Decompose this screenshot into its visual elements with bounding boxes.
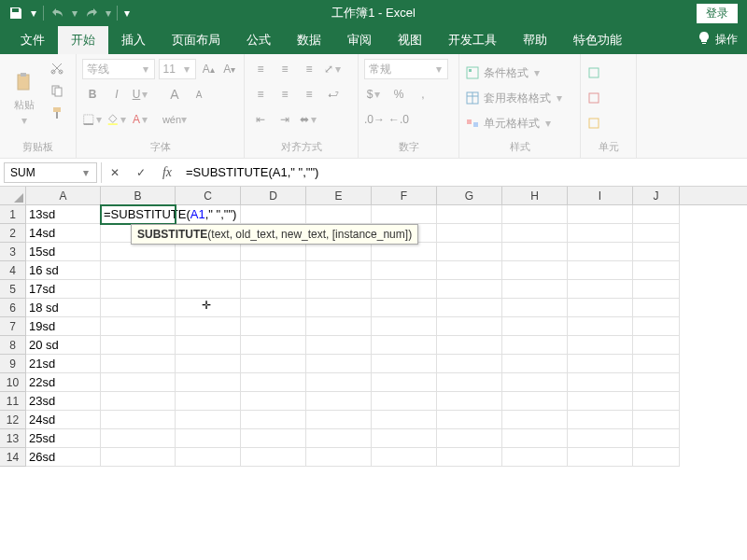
cell[interactable] xyxy=(306,243,372,261)
login-button[interactable]: 登录 xyxy=(697,4,738,23)
shrink-font-icon[interactable]: A xyxy=(189,84,209,105)
wrap-text-icon[interactable]: ⮐ xyxy=(323,84,344,105)
cell[interactable] xyxy=(437,243,502,261)
cell[interactable] xyxy=(568,373,633,392)
accounting-format-icon[interactable]: $▾ xyxy=(364,84,385,105)
align-left-icon[interactable]: ≡ xyxy=(250,84,271,105)
cell[interactable] xyxy=(633,336,680,355)
comma-format-icon[interactable]: , xyxy=(413,84,433,105)
cell[interactable] xyxy=(502,299,568,317)
cell[interactable]: 17sd xyxy=(26,280,101,299)
font-color-button[interactable]: A▾ xyxy=(131,109,151,130)
cell[interactable]: 13sd xyxy=(26,205,101,224)
row-header[interactable]: 12 xyxy=(0,411,26,429)
tell-me[interactable]: 操作 xyxy=(687,25,747,54)
cell[interactable] xyxy=(372,261,437,280)
cell[interactable] xyxy=(502,317,568,336)
row-header[interactable]: 6 xyxy=(0,299,26,317)
row-header[interactable]: 7 xyxy=(0,317,26,336)
formula-input[interactable] xyxy=(180,162,747,183)
cell[interactable] xyxy=(241,392,306,411)
cell[interactable]: 21sd xyxy=(26,355,101,373)
cell[interactable] xyxy=(502,205,568,224)
cell[interactable] xyxy=(502,411,568,429)
cell[interactable] xyxy=(502,224,568,243)
cell[interactable] xyxy=(568,411,633,429)
qat-dropdown-icon[interactable]: ▾ xyxy=(28,3,39,23)
font-size-combo[interactable]: 11▾ xyxy=(159,59,196,79)
tab-data[interactable]: 数据 xyxy=(284,26,334,54)
font-name-combo[interactable]: 等线▾ xyxy=(82,59,155,79)
cell[interactable]: 24sd xyxy=(26,411,101,429)
cell[interactable] xyxy=(372,411,437,429)
redo-dropdown-icon[interactable]: ▾ xyxy=(104,3,113,23)
cell[interactable]: 23sd xyxy=(26,392,101,411)
column-header[interactable]: I xyxy=(568,187,633,204)
cell[interactable] xyxy=(241,448,306,467)
cell[interactable] xyxy=(502,243,568,261)
grow-font-icon[interactable]: A xyxy=(164,84,185,105)
cell[interactable] xyxy=(372,243,437,261)
cell[interactable] xyxy=(437,392,502,411)
cell[interactable] xyxy=(101,392,176,411)
cell[interactable] xyxy=(568,392,633,411)
cell[interactable] xyxy=(437,261,502,280)
cell[interactable] xyxy=(176,448,241,467)
paste-button[interactable]: 粘贴 ▾ xyxy=(6,58,43,138)
cell-styles-button[interactable]: 单元格样式▾ xyxy=(465,112,574,134)
align-right-icon[interactable]: ≡ xyxy=(299,84,319,105)
cell[interactable] xyxy=(437,411,502,429)
align-center-icon[interactable]: ≡ xyxy=(275,84,295,105)
column-header[interactable]: H xyxy=(502,187,568,204)
cell[interactable]: 26sd xyxy=(26,448,101,467)
cell[interactable] xyxy=(101,355,176,373)
tab-developer[interactable]: 开发工具 xyxy=(435,26,510,54)
cell[interactable] xyxy=(176,280,241,299)
cell[interactable] xyxy=(502,448,568,467)
merge-button[interactable]: ⬌▾ xyxy=(299,109,319,130)
redo-icon[interactable] xyxy=(81,3,102,23)
cell[interactable] xyxy=(176,373,241,392)
format-cells-button[interactable] xyxy=(586,112,630,134)
cell[interactable] xyxy=(241,373,306,392)
cell[interactable] xyxy=(633,243,680,261)
cell[interactable] xyxy=(241,280,306,299)
cell[interactable] xyxy=(633,280,680,299)
row-header[interactable]: 13 xyxy=(0,429,26,448)
cell[interactable]: 14sd xyxy=(26,224,101,243)
cell[interactable]: =SUBSTITUTE(A1," ","") xyxy=(101,205,176,224)
cell[interactable] xyxy=(502,280,568,299)
cell[interactable] xyxy=(306,317,372,336)
cell[interactable] xyxy=(568,205,633,224)
row-header[interactable]: 10 xyxy=(0,373,26,392)
cell[interactable] xyxy=(568,355,633,373)
cell[interactable] xyxy=(568,243,633,261)
cell[interactable] xyxy=(633,224,680,243)
row-header[interactable]: 1 xyxy=(0,205,26,224)
cell[interactable] xyxy=(372,280,437,299)
cell[interactable] xyxy=(437,373,502,392)
fill-color-button[interactable]: ▾ xyxy=(106,109,127,130)
accept-formula-icon[interactable]: ✓ xyxy=(128,162,154,183)
cell[interactable] xyxy=(437,317,502,336)
cell[interactable] xyxy=(372,392,437,411)
cell[interactable] xyxy=(437,205,502,224)
function-tooltip[interactable]: SUBSTITUTE(text, old_text, new_text, [in… xyxy=(131,224,418,245)
cell[interactable]: 25sd xyxy=(26,429,101,448)
cell[interactable] xyxy=(101,336,176,355)
cell[interactable] xyxy=(241,261,306,280)
row-header[interactable]: 3 xyxy=(0,243,26,261)
column-header[interactable]: A xyxy=(26,187,101,204)
cell[interactable] xyxy=(502,261,568,280)
cell[interactable]: 20 sd xyxy=(26,336,101,355)
column-header[interactable]: C xyxy=(176,187,241,204)
cell[interactable] xyxy=(502,355,568,373)
spreadsheet-grid[interactable]: A B C D E F G H I J 113sd=SUBSTITUTE(A1,… xyxy=(0,187,747,560)
row-header[interactable]: 14 xyxy=(0,448,26,467)
cell[interactable]: 15sd xyxy=(26,243,101,261)
cancel-formula-icon[interactable]: ✕ xyxy=(102,162,128,183)
row-header[interactable]: 8 xyxy=(0,336,26,355)
cell[interactable] xyxy=(633,392,680,411)
save-icon[interactable] xyxy=(6,3,26,23)
cell[interactable] xyxy=(241,243,306,261)
